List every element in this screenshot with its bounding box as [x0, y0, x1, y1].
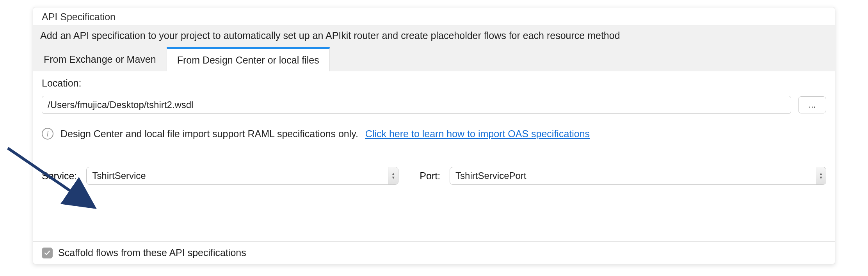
tab-body: Location: ... i Design Center and local … — [33, 71, 835, 193]
check-icon — [44, 250, 50, 256]
service-label: Service: — [42, 170, 77, 182]
tabs: From Exchange or Maven From Design Cente… — [33, 47, 835, 71]
scaffold-label: Scaffold flows from these API specificat… — [58, 247, 246, 258]
port-select[interactable] — [450, 167, 826, 185]
location-input[interactable] — [42, 96, 791, 114]
section-title: API Specification — [33, 7, 835, 25]
location-row: ... — [42, 96, 826, 114]
browse-button[interactable]: ... — [798, 96, 826, 113]
info-text: Design Center and local file import supp… — [60, 128, 358, 140]
info-icon: i — [42, 128, 53, 140]
oas-import-link[interactable]: Click here to learn how to import OAS sp… — [365, 128, 590, 140]
service-select-wrap: ▲▼ — [86, 167, 398, 185]
footer: Scaffold flows from these API specificat… — [33, 241, 835, 264]
service-port-row: Service: ▲▼ Port: ▲▼ — [42, 167, 826, 185]
tab-design-center-or-local[interactable]: From Design Center or local files — [167, 47, 330, 71]
port-select-wrap: ▲▼ — [450, 167, 826, 185]
service-select[interactable] — [86, 167, 398, 185]
section-description: Add an API specification to your project… — [33, 25, 835, 47]
scaffold-checkbox[interactable] — [42, 248, 53, 258]
tab-exchange-or-maven[interactable]: From Exchange or Maven — [33, 47, 167, 71]
location-label: Location: — [42, 78, 826, 89]
port-label: Port: — [420, 170, 440, 182]
api-spec-panel: API Specification Add an API specificati… — [33, 7, 835, 264]
info-row: i Design Center and local file import su… — [42, 128, 826, 140]
